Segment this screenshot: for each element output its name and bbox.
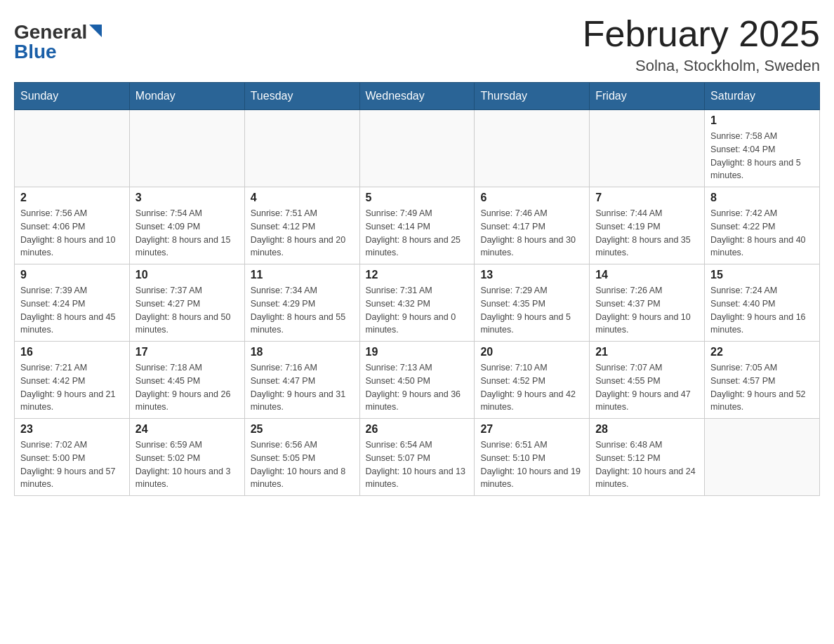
weekday-header-saturday: Saturday [705, 83, 820, 110]
day-info: Sunrise: 7:31 AMSunset: 4:32 PMDaylight:… [366, 284, 469, 337]
day-number: 12 [366, 269, 469, 281]
day-number: 3 [135, 192, 239, 204]
calendar-cell: 9Sunrise: 7:39 AMSunset: 4:24 PMDaylight… [15, 264, 130, 342]
sunset-text: Sunset: 5:05 PM [251, 452, 354, 465]
daylight-text: Daylight: 10 hours and 3 minutes. [135, 465, 239, 492]
page-header: General Blue February 2025 Solna, Stockh… [14, 14, 820, 75]
calendar-cell: 22Sunrise: 7:05 AMSunset: 4:57 PMDayligh… [705, 342, 820, 419]
calendar-cell: 28Sunrise: 6:48 AMSunset: 5:12 PMDayligh… [590, 419, 705, 496]
sunset-text: Sunset: 4:06 PM [20, 220, 124, 234]
sunrise-text: Sunrise: 6:56 AM [251, 438, 354, 452]
day-info: Sunrise: 7:16 AMSunset: 4:47 PMDaylight:… [251, 361, 354, 414]
sunset-text: Sunset: 4:12 PM [251, 220, 354, 234]
day-number: 14 [595, 269, 699, 281]
sunrise-text: Sunrise: 7:34 AM [251, 284, 354, 297]
sunrise-text: Sunrise: 7:31 AM [366, 284, 469, 297]
day-number: 25 [251, 423, 354, 436]
sunset-text: Sunset: 4:32 PM [366, 297, 469, 311]
daylight-text: Daylight: 8 hours and 30 minutes. [480, 234, 583, 260]
calendar-cell: 24Sunrise: 6:59 AMSunset: 5:02 PMDayligh… [129, 419, 244, 496]
daylight-text: Daylight: 9 hours and 26 minutes. [135, 388, 239, 415]
weekday-header-row: SundayMondayTuesdayWednesdayThursdayFrid… [15, 83, 820, 110]
sunrise-text: Sunrise: 7:13 AM [366, 361, 469, 375]
calendar-cell: 19Sunrise: 7:13 AMSunset: 4:50 PMDayligh… [359, 342, 475, 419]
daylight-text: Daylight: 10 hours and 24 minutes. [595, 465, 699, 492]
day-number: 18 [251, 346, 354, 358]
sunrise-text: Sunrise: 7:46 AM [480, 207, 583, 220]
sunset-text: Sunset: 4:22 PM [710, 220, 814, 234]
day-number: 2 [20, 192, 124, 204]
sunset-text: Sunset: 4:17 PM [480, 220, 583, 234]
daylight-text: Daylight: 8 hours and 50 minutes. [135, 311, 239, 337]
day-info: Sunrise: 7:05 AMSunset: 4:57 PMDaylight:… [710, 361, 814, 414]
day-number: 15 [710, 269, 814, 281]
day-info: Sunrise: 7:39 AMSunset: 4:24 PMDaylight:… [20, 284, 124, 337]
day-number: 6 [480, 192, 583, 204]
weekday-header-friday: Friday [590, 83, 705, 110]
sunset-text: Sunset: 4:37 PM [595, 297, 699, 311]
calendar-week-2: 2Sunrise: 7:56 AMSunset: 4:06 PMDaylight… [15, 187, 820, 264]
calendar-cell: 1Sunrise: 7:58 AMSunset: 4:04 PMDaylight… [705, 110, 820, 187]
calendar-cell [359, 110, 475, 187]
daylight-text: Daylight: 8 hours and 40 minutes. [710, 234, 814, 260]
daylight-text: Daylight: 8 hours and 45 minutes. [20, 311, 124, 337]
sunset-text: Sunset: 4:55 PM [595, 375, 699, 388]
daylight-text: Daylight: 9 hours and 47 minutes. [595, 388, 699, 415]
calendar-week-5: 23Sunrise: 7:02 AMSunset: 5:00 PMDayligh… [15, 419, 820, 496]
sunrise-text: Sunrise: 7:49 AM [366, 207, 469, 220]
calendar-cell: 20Sunrise: 7:10 AMSunset: 4:52 PMDayligh… [475, 342, 590, 419]
sunrise-text: Sunrise: 7:54 AM [135, 207, 239, 220]
sunset-text: Sunset: 4:45 PM [135, 375, 239, 388]
weekday-header-monday: Monday [129, 83, 244, 110]
title-section: February 2025 Solna, Stockholm, Sweden [583, 14, 820, 75]
day-number: 26 [366, 423, 469, 436]
svg-marker-0 [89, 25, 102, 37]
sunrise-text: Sunrise: 7:21 AM [20, 361, 124, 375]
calendar-cell: 13Sunrise: 7:29 AMSunset: 4:35 PMDayligh… [475, 264, 590, 342]
sunrise-text: Sunrise: 6:59 AM [135, 438, 239, 452]
day-number: 9 [20, 269, 124, 281]
daylight-text: Daylight: 8 hours and 10 minutes. [20, 234, 124, 260]
sunrise-text: Sunrise: 7:51 AM [251, 207, 354, 220]
sunset-text: Sunset: 4:52 PM [480, 375, 583, 388]
daylight-text: Daylight: 8 hours and 25 minutes. [366, 234, 469, 260]
sunrise-text: Sunrise: 6:48 AM [595, 438, 699, 452]
daylight-text: Daylight: 9 hours and 10 minutes. [595, 311, 699, 337]
day-info: Sunrise: 7:51 AMSunset: 4:12 PMDaylight:… [251, 207, 354, 260]
weekday-header-wednesday: Wednesday [359, 83, 475, 110]
day-number: 7 [595, 192, 699, 204]
day-info: Sunrise: 7:02 AMSunset: 5:00 PMDaylight:… [20, 438, 124, 491]
calendar-cell: 15Sunrise: 7:24 AMSunset: 4:40 PMDayligh… [705, 264, 820, 342]
day-number: 22 [710, 346, 814, 358]
sunrise-text: Sunrise: 7:16 AM [251, 361, 354, 375]
calendar-week-4: 16Sunrise: 7:21 AMSunset: 4:42 PMDayligh… [15, 342, 820, 419]
sunset-text: Sunset: 4:19 PM [595, 220, 699, 234]
daylight-text: Daylight: 9 hours and 36 minutes. [366, 388, 469, 415]
calendar-cell [590, 110, 705, 187]
sunrise-text: Sunrise: 7:37 AM [135, 284, 239, 297]
sunrise-text: Sunrise: 7:58 AM [710, 130, 814, 143]
day-info: Sunrise: 7:29 AMSunset: 4:35 PMDaylight:… [480, 284, 583, 337]
day-number: 17 [135, 346, 239, 358]
daylight-text: Daylight: 10 hours and 13 minutes. [366, 465, 469, 492]
weekday-header-sunday: Sunday [15, 83, 130, 110]
day-info: Sunrise: 7:13 AMSunset: 4:50 PMDaylight:… [366, 361, 469, 414]
calendar-cell [129, 110, 244, 187]
sunset-text: Sunset: 5:02 PM [135, 452, 239, 465]
sunrise-text: Sunrise: 7:02 AM [20, 438, 124, 452]
day-info: Sunrise: 7:49 AMSunset: 4:14 PMDaylight:… [366, 207, 469, 260]
calendar-cell: 23Sunrise: 7:02 AMSunset: 5:00 PMDayligh… [15, 419, 130, 496]
calendar-cell: 25Sunrise: 6:56 AMSunset: 5:05 PMDayligh… [244, 419, 359, 496]
sunrise-text: Sunrise: 7:18 AM [135, 361, 239, 375]
sunset-text: Sunset: 4:27 PM [135, 297, 239, 311]
calendar-cell: 5Sunrise: 7:49 AMSunset: 4:14 PMDaylight… [359, 187, 475, 264]
daylight-text: Daylight: 9 hours and 16 minutes. [710, 311, 814, 337]
day-info: Sunrise: 7:56 AMSunset: 4:06 PMDaylight:… [20, 207, 124, 260]
day-info: Sunrise: 7:54 AMSunset: 4:09 PMDaylight:… [135, 207, 239, 260]
logo-arrow-icon [89, 25, 102, 40]
day-info: Sunrise: 6:56 AMSunset: 5:05 PMDaylight:… [251, 438, 354, 491]
calendar-cell: 6Sunrise: 7:46 AMSunset: 4:17 PMDaylight… [475, 187, 590, 264]
day-info: Sunrise: 7:42 AMSunset: 4:22 PMDaylight:… [710, 207, 814, 260]
day-number: 1 [710, 114, 814, 127]
sunset-text: Sunset: 4:14 PM [366, 220, 469, 234]
